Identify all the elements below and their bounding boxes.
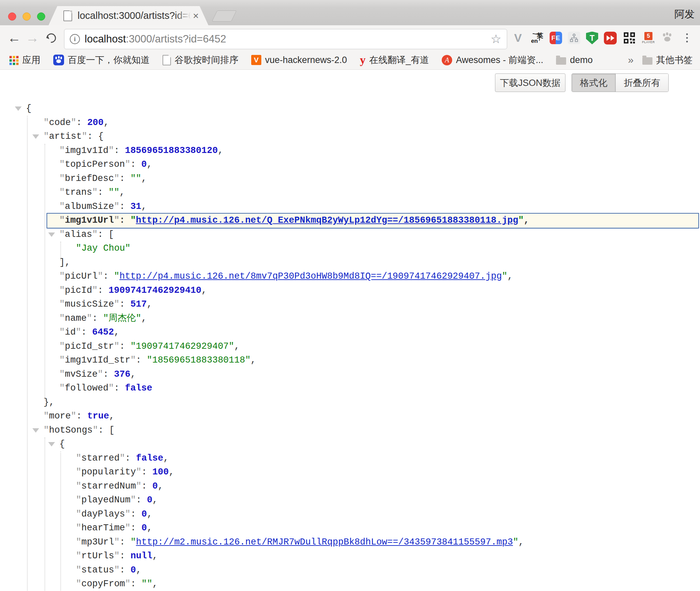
bookmark-label: demo	[570, 55, 593, 65]
json-line-status: "status": 0,	[0, 563, 700, 578]
collapse-triangle-icon[interactable]	[48, 442, 55, 446]
collapse-triangle-icon[interactable]	[15, 106, 22, 111]
json-line: "Jay Chou"	[0, 242, 700, 256]
fullscreen-window-button[interactable]	[37, 12, 45, 21]
json-string: "周杰伦"	[103, 313, 141, 323]
json-line-more: "more": true,	[0, 409, 700, 424]
translate-cn-glyph: 英	[537, 31, 543, 40]
collapse-triangle-icon[interactable]	[32, 428, 39, 433]
collapse-all-button[interactable]: 折叠所有	[615, 74, 668, 92]
json-key: topicPerson	[65, 159, 125, 169]
json-key: code	[49, 118, 71, 128]
org-chart-glyph	[570, 33, 579, 42]
json-key: starredNum	[81, 481, 136, 491]
json-line-artist: "artist": {	[0, 130, 700, 144]
qr-code-extension-icon[interactable]	[622, 31, 636, 45]
bookmark-item[interactable]: Vvue-hackernews-2.0	[251, 55, 347, 65]
json-key: picId	[65, 285, 92, 296]
json-link[interactable]: http://p4.music.126.net/Q_ExePNkmqB2yWyL…	[136, 215, 518, 225]
html5-player-extension-icon[interactable]: 5PLAYER	[642, 31, 655, 45]
bookmarks-list: 应用百度一下，你就知道谷歌按时间排序Vvue-hackernews-2.0y在线…	[0, 54, 593, 66]
collapse-triangle-icon[interactable]	[32, 134, 39, 139]
folder-icon	[556, 57, 566, 65]
tab-strip: localhost:3000/artists?id=645 × 阿发	[0, 0, 700, 25]
json-line-copyfrom: "copyFrom": "",	[0, 577, 700, 591]
json-value: false	[125, 383, 152, 393]
json-key: alias	[65, 229, 92, 240]
json-value: 0	[141, 159, 147, 169]
json-value: 18569651883380120	[125, 146, 217, 156]
bookmarks-overflow-chevron[interactable]: »	[628, 54, 634, 66]
vue-devtools-extension-icon[interactable]: V	[511, 31, 525, 45]
json-key: briefDesc	[65, 174, 114, 184]
json-key: status	[81, 565, 114, 575]
json-value: 200	[87, 118, 104, 128]
json-key: hearTime	[81, 523, 125, 533]
json-line-hotsongs: "hotSongs": [	[0, 424, 700, 438]
other-bookmarks-folder[interactable]: 其他书签	[642, 54, 693, 66]
json-line-albumsize: "albumSize": 31,	[0, 200, 700, 214]
browser-menu-icon[interactable]	[680, 31, 694, 45]
shield-extension-icon[interactable]: T	[586, 32, 598, 44]
json-line-mvsize: "mvSize": 376,	[0, 368, 700, 382]
json-link[interactable]: http://m2.music.126.net/RMJR7wDullRqppBk…	[136, 537, 513, 547]
translate-extension-icon[interactable]: 英en	[530, 31, 544, 45]
json-link[interactable]: http://p4.music.126.net/8mv7qP30Pd3oHW8b…	[119, 271, 502, 281]
bookmark-item[interactable]: y在线翻译_有道	[360, 54, 429, 66]
reload-button[interactable]	[45, 31, 58, 44]
video-play-extension-icon[interactable]	[604, 32, 617, 44]
bookmark-item[interactable]: 应用	[9, 54, 40, 66]
json-value: 0	[130, 565, 136, 575]
browser-tab[interactable]: localhost:3000/artists?id=645 ×	[49, 6, 208, 25]
close-window-button[interactable]	[8, 12, 16, 21]
fe-extension-icon[interactable]: FE	[550, 32, 562, 44]
new-tab-button[interactable]	[212, 10, 237, 22]
download-json-button[interactable]: 下载JSON数据	[495, 73, 565, 92]
url-text: localhost:3000/artists?id=6452	[85, 33, 226, 45]
org-chart-extension-icon[interactable]	[568, 32, 580, 44]
info-icon[interactable]: i	[70, 34, 80, 44]
collapse-triangle-icon[interactable]	[48, 232, 55, 237]
browser-window: localhost:3000/artists?id=645 × 阿发 ← → i…	[0, 0, 700, 591]
bookmark-item[interactable]: AAwesomes - 前端资...	[442, 54, 543, 66]
json-value: 376	[114, 369, 130, 379]
back-button[interactable]: ←	[7, 30, 21, 45]
json-key: img1v1Id	[65, 146, 109, 156]
json-line-id: "id": 6452,	[0, 325, 700, 340]
bookmark-item[interactable]: 谷歌按时间排序	[163, 54, 238, 66]
json-line-mp3url: "mp3Url": "http://m2.music.126.net/RMJR7…	[0, 535, 700, 550]
play-triangle-icon	[611, 35, 614, 41]
player-label: PLAYER	[642, 40, 655, 44]
tab-close-icon[interactable]: ×	[193, 11, 199, 21]
forward-button[interactable]: →	[26, 30, 39, 45]
vue-glyph: V	[514, 31, 522, 44]
paw-extension-icon[interactable]	[661, 31, 674, 45]
navigation-toolbar: ← → i localhost:3000/artists?id=6452 ☆ V…	[0, 25, 700, 51]
profile-name[interactable]: 阿发	[674, 7, 695, 21]
json-line-musicsize: "musicSize": 517,	[0, 298, 700, 312]
window-controls	[8, 12, 45, 21]
formatter-toggle: 格式化 折叠所有	[572, 73, 669, 92]
vue-hackernews-icon: V	[251, 55, 261, 65]
json-line-img1v1url: "img1v1Url": "http://p4.music.126.net/Q_…	[47, 214, 698, 228]
json-line-dayplays: "dayPlays": 0,	[0, 507, 700, 522]
indent-guide	[60, 242, 61, 260]
bookmark-star-icon[interactable]: ☆	[491, 32, 501, 46]
json-line-alias: "alias": [	[0, 228, 700, 242]
html5-glyph: 5	[644, 32, 652, 40]
page-content: {"code": 200,"artist": {"img1v1Id": 1856…	[0, 70, 700, 591]
bookmark-item[interactable]: demo	[556, 55, 593, 65]
json-line-rturls: "rtUrls": null,	[0, 549, 700, 563]
bookmark-label: vue-hackernews-2.0	[265, 55, 347, 65]
minimize-window-button[interactable]	[23, 12, 31, 21]
address-bar[interactable]: i localhost:3000/artists?id=6452 ☆	[64, 29, 507, 49]
json-key: musicSize	[65, 299, 114, 309]
format-button[interactable]: 格式化	[572, 74, 615, 92]
json-line-topicperson: "topicPerson": 0,	[0, 158, 700, 172]
json-value: 517	[130, 299, 147, 309]
json-line: },	[0, 396, 700, 410]
url-path: :3000/artists?id=6452	[126, 33, 226, 45]
shield-t-glyph: T	[590, 33, 595, 43]
json-value: 100	[152, 467, 169, 477]
bookmark-item[interactable]: 百度一下，你就知道	[53, 54, 150, 66]
